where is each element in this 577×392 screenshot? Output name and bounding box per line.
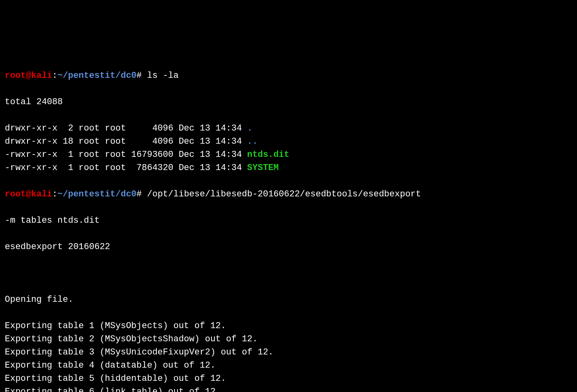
prompt-hash: # — [136, 71, 142, 81]
total-line: total 24088 — [5, 95, 572, 109]
file-name: SYSTEM — [247, 163, 279, 173]
prompt-path: ~/pentestit/dc0 — [57, 71, 136, 81]
cmd-esedbexport-cont: -m tables ntds.dit — [5, 214, 572, 227]
export-line: Exporting table 4 (datatable) out of 12. — [5, 359, 572, 372]
file-name: .. — [247, 137, 257, 147]
file-name: . — [247, 123, 252, 133]
cmd-esedbexport: /opt/libese/libesedb-20160622/esedbtools… — [142, 189, 426, 199]
export-lines: Exporting table 1 (MSysObjects) out of 1… — [5, 319, 572, 392]
export-line: Exporting table 5 (hiddentable) out of 1… — [5, 372, 572, 385]
blank-line — [5, 267, 572, 280]
export-line: Exporting table 6 (link_table) out of 12… — [5, 385, 572, 392]
cmd-ls-la: ls -la — [142, 71, 178, 81]
export-line: Exporting table 3 (MSysUnicodeFixupVer2)… — [5, 346, 572, 359]
prompt-colon: : — [52, 189, 57, 199]
prompt-path: ~/pentestit/dc0 — [57, 189, 136, 199]
tool-version: esedbexport 20160622 — [5, 240, 572, 253]
ls-entry: drwxr-xr-x 2 root root 4096 Dec 13 14:34… — [5, 122, 572, 135]
terminal-output[interactable]: root@kali:~/pentestit/dc0# ls -la total … — [5, 56, 572, 392]
export-line: Exporting table 1 (MSysObjects) out of 1… — [5, 319, 572, 333]
prompt-hash: # — [136, 189, 142, 199]
prompt-colon: : — [52, 71, 57, 81]
ls-entry: drwxr-xr-x 18 root root 4096 Dec 13 14:3… — [5, 135, 572, 148]
prompt-line-1: root@kali:~/pentestit/dc0# ls -la — [5, 69, 572, 82]
ls-entry: -rwxr-xr-x 1 root root 7864320 Dec 13 14… — [5, 161, 572, 174]
opening-file: Opening file. — [5, 293, 572, 306]
prompt-line-2: root@kali:~/pentestit/dc0# /opt/libese/l… — [5, 188, 572, 201]
prompt-user: root@kali — [5, 189, 52, 199]
export-line: Exporting table 2 (MSysObjectsShadow) ou… — [5, 333, 572, 346]
file-name: ntds.dit — [247, 150, 289, 160]
prompt-user: root@kali — [5, 71, 52, 81]
ls-entry: -rwxr-xr-x 1 root root 16793600 Dec 13 1… — [5, 148, 572, 161]
ls-listing: drwxr-xr-x 2 root root 4096 Dec 13 14:34… — [5, 122, 572, 174]
